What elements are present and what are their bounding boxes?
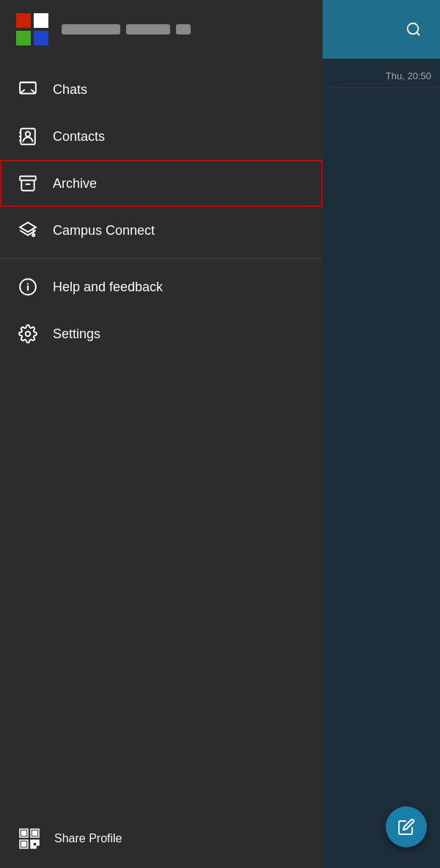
sidebar-item-label-archive: Archive bbox=[53, 176, 97, 192]
qr-code-icon bbox=[18, 827, 41, 850]
sidebar-item-chats[interactable]: Chats bbox=[0, 66, 323, 113]
campus-icon bbox=[18, 220, 38, 241]
svg-rect-25 bbox=[31, 840, 33, 842]
search-icon[interactable] bbox=[402, 18, 425, 41]
svg-point-7 bbox=[26, 132, 31, 137]
help-icon bbox=[18, 277, 38, 297]
chat-icon bbox=[18, 79, 38, 100]
name-block-1 bbox=[62, 24, 120, 34]
app-logo bbox=[15, 12, 50, 47]
time-label: Thu, 20:50 bbox=[386, 66, 440, 81]
nav-divider bbox=[0, 258, 323, 259]
share-profile-label: Share Profile bbox=[54, 832, 122, 845]
sidebar-item-settings[interactable]: Settings bbox=[0, 310, 323, 357]
svg-rect-24 bbox=[22, 842, 26, 847]
sidebar-item-help[interactable]: Help and feedback bbox=[0, 263, 323, 310]
contacts-icon bbox=[18, 126, 38, 147]
sidebar-item-label-campus-connect: Campus Connect bbox=[53, 223, 155, 238]
name-block-3 bbox=[176, 24, 191, 34]
svg-rect-29 bbox=[37, 843, 39, 845]
right-panel: Thu, 20:50 bbox=[323, 0, 440, 868]
name-block-2 bbox=[126, 24, 170, 34]
settings-icon bbox=[18, 324, 38, 344]
svg-rect-1 bbox=[16, 31, 31, 45]
svg-rect-22 bbox=[33, 831, 37, 836]
sidebar-item-archive[interactable]: Archive bbox=[0, 160, 323, 207]
nav-items: Chats Contacts bbox=[0, 59, 323, 815]
svg-line-33 bbox=[417, 32, 419, 35]
sidebar-item-label-contacts: Contacts bbox=[53, 129, 105, 145]
svg-rect-30 bbox=[31, 846, 33, 848]
svg-rect-20 bbox=[22, 831, 26, 836]
sidebar-item-label-help: Help and feedback bbox=[53, 280, 163, 295]
user-name-placeholder bbox=[62, 24, 191, 34]
svg-rect-27 bbox=[37, 840, 39, 842]
content-divider bbox=[323, 87, 440, 88]
app-container: Chats Contacts bbox=[0, 0, 440, 868]
share-profile-section[interactable]: Share Profile bbox=[0, 815, 323, 868]
svg-point-32 bbox=[408, 23, 419, 34]
svg-rect-2 bbox=[34, 13, 48, 28]
compose-fab-button[interactable] bbox=[386, 806, 427, 847]
right-panel-content: Thu, 20:50 bbox=[323, 59, 440, 868]
sidebar-header bbox=[0, 0, 323, 59]
svg-rect-0 bbox=[16, 13, 31, 28]
svg-point-14 bbox=[32, 234, 34, 236]
svg-rect-31 bbox=[34, 846, 36, 848]
sidebar-item-label-chats: Chats bbox=[53, 82, 87, 98]
sidebar-item-contacts[interactable]: Contacts bbox=[0, 113, 323, 160]
svg-rect-26 bbox=[34, 840, 36, 842]
svg-point-18 bbox=[26, 332, 31, 337]
right-panel-header bbox=[323, 0, 440, 59]
svg-rect-3 bbox=[34, 31, 48, 45]
svg-rect-28 bbox=[31, 843, 33, 845]
sidebar-item-campus-connect[interactable]: Campus Connect bbox=[0, 207, 323, 254]
svg-rect-11 bbox=[20, 176, 36, 180]
archive-icon bbox=[18, 173, 38, 194]
sidebar: Chats Contacts bbox=[0, 0, 323, 868]
sidebar-item-label-settings: Settings bbox=[53, 327, 100, 342]
